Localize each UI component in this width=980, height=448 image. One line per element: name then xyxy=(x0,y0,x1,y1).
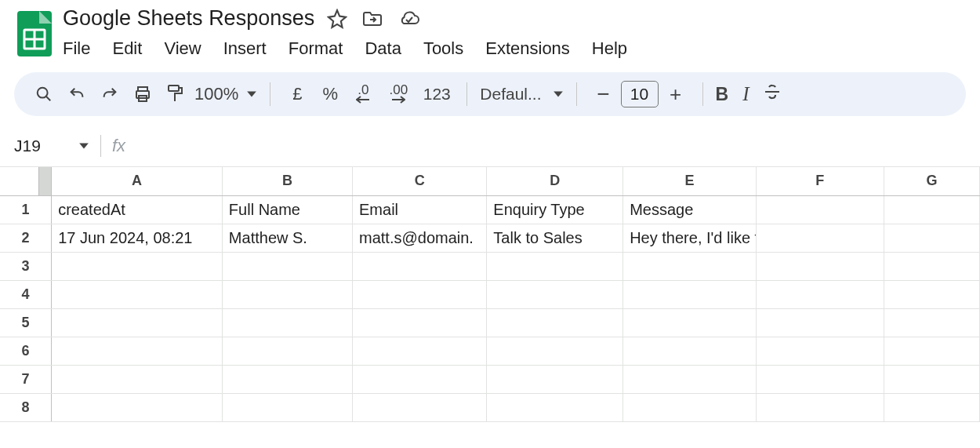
col-header-b[interactable]: B xyxy=(222,167,352,195)
cell-g2[interactable] xyxy=(884,224,980,252)
row-header-5[interactable]: 5 xyxy=(0,308,52,337)
col-header-d[interactable]: D xyxy=(487,167,623,195)
row-header-6[interactable]: 6 xyxy=(0,337,52,365)
cell-d1[interactable]: Enquiry Type xyxy=(487,195,623,224)
currency-button[interactable]: £ xyxy=(283,80,311,108)
font-family-select[interactable]: Defaul... xyxy=(480,85,541,104)
cell-d2[interactable]: Talk to Sales xyxy=(487,224,623,252)
cell-a2[interactable]: 17 Jun 2024, 08:21 xyxy=(52,224,223,252)
row-header-4[interactable]: 4 xyxy=(0,280,52,308)
cell-a1[interactable]: createdAt xyxy=(52,195,223,224)
name-box-dropdown-icon[interactable] xyxy=(78,140,89,151)
print-icon[interactable] xyxy=(129,80,157,108)
bold-button[interactable]: B xyxy=(716,84,729,105)
row-header-2[interactable]: 2 xyxy=(0,224,52,252)
toolbar: 100% £ % .0 .00 123 Defaul... − + B I xyxy=(14,72,966,116)
decrease-font-size-button[interactable]: − xyxy=(590,80,618,108)
menu-view[interactable]: View xyxy=(164,38,201,59)
italic-button[interactable]: I xyxy=(742,83,749,105)
row-header-3[interactable]: 3 xyxy=(0,252,52,280)
svg-rect-9 xyxy=(169,86,179,91)
increase-font-size-button[interactable]: + xyxy=(662,80,690,108)
zoom-dropdown-icon[interactable] xyxy=(246,84,257,104)
svg-point-4 xyxy=(38,88,48,98)
col-header-c[interactable]: C xyxy=(353,167,487,195)
font-size-input[interactable] xyxy=(621,81,659,107)
decrease-decimal-button[interactable]: .0 xyxy=(349,80,377,108)
col-header-f[interactable]: F xyxy=(756,167,884,195)
cell-a3[interactable] xyxy=(52,252,223,280)
increase-decimal-button[interactable]: .00 xyxy=(382,80,415,108)
cell-f1[interactable] xyxy=(756,195,884,224)
row-header-8[interactable]: 8 xyxy=(0,393,52,421)
menu-file[interactable]: File xyxy=(63,38,90,59)
menu-format[interactable]: Format xyxy=(289,38,343,59)
menu-tools[interactable]: Tools xyxy=(423,38,463,59)
move-icon[interactable] xyxy=(361,9,383,28)
menu-insert[interactable]: Insert xyxy=(223,38,267,59)
cell-e1[interactable]: Message xyxy=(623,195,756,224)
percent-button[interactable]: % xyxy=(316,80,344,108)
strikethrough-button[interactable] xyxy=(763,82,782,106)
cell-e2[interactable]: Hey there, I'd like to talk to Sales to … xyxy=(623,224,756,252)
number-format-button[interactable]: 123 xyxy=(419,80,454,108)
cell-c1[interactable]: Email xyxy=(353,195,487,224)
menu-edit[interactable]: Edit xyxy=(112,38,142,59)
col-header-e[interactable]: E xyxy=(623,167,756,195)
search-icon[interactable] xyxy=(30,80,58,108)
undo-icon[interactable] xyxy=(63,80,91,108)
cloud-status-icon[interactable] xyxy=(397,9,421,28)
sheets-logo[interactable] xyxy=(14,6,55,61)
cell-b1[interactable]: Full Name xyxy=(222,195,352,224)
menu-bar: File Edit View Insert Format Data Tools … xyxy=(63,34,627,59)
col-header-a[interactable]: A xyxy=(52,167,223,195)
cell-g1[interactable] xyxy=(884,195,980,224)
font-dropdown-icon[interactable] xyxy=(553,85,564,104)
select-all-corner[interactable] xyxy=(0,167,52,195)
document-title[interactable]: Google Sheets Responses xyxy=(63,6,314,31)
formula-bar-fx: fx xyxy=(101,136,125,156)
cell-b2[interactable]: Matthew S. xyxy=(222,224,352,252)
spreadsheet-grid[interactable]: A B C D E F G 1 createdAt Full Name Emai… xyxy=(0,167,980,422)
menu-extensions[interactable]: Extensions xyxy=(485,38,570,59)
redo-icon[interactable] xyxy=(96,80,124,108)
zoom-value[interactable]: 100% xyxy=(194,84,238,104)
cell-c2[interactable]: matt.s@domain. xyxy=(353,224,487,252)
cell-f2[interactable] xyxy=(756,224,884,252)
row-header-1[interactable]: 1 xyxy=(0,195,52,224)
menu-help[interactable]: Help xyxy=(592,38,627,59)
cell-reference: J19 xyxy=(14,137,41,155)
star-icon[interactable] xyxy=(327,9,347,29)
row-header-7[interactable]: 7 xyxy=(0,365,52,393)
col-header-g[interactable]: G xyxy=(884,167,980,195)
svg-line-5 xyxy=(46,97,51,101)
menu-data[interactable]: Data xyxy=(365,38,401,59)
paint-format-icon[interactable] xyxy=(162,80,190,108)
name-box[interactable]: J19 xyxy=(0,137,100,155)
